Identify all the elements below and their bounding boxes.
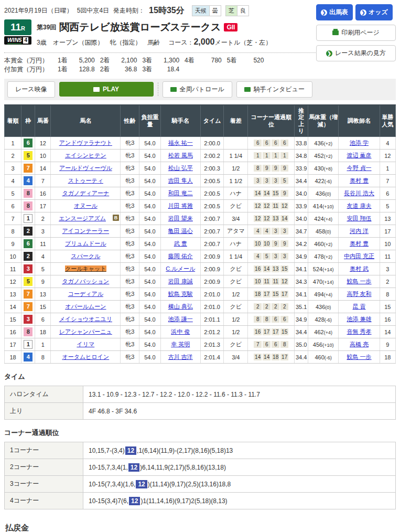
jockey-link[interactable]: 岩田 康誠 <box>168 278 193 284</box>
trainer-link[interactable]: 池添 兼雄 <box>347 316 372 322</box>
jockey-link[interactable]: 古川 吉洋 <box>168 354 193 360</box>
jockey-link[interactable]: 浜中 俊 <box>171 328 190 335</box>
horse-name-link[interactable]: クールキャット <box>65 265 106 272</box>
finish-time: 2:00.9 <box>200 250 223 263</box>
video-toolbar: レース映像 PLAY 全周パトロール 騎手インタビュー <box>4 79 396 100</box>
trainer-link[interactable]: 鮫島 一歩 <box>347 354 372 360</box>
trainer-link[interactable]: 音無 秀孝 <box>347 328 372 335</box>
margin: アタマ <box>224 225 248 238</box>
margin: クビ <box>224 200 248 212</box>
corner-order: 16171715 <box>248 326 294 338</box>
horse-name-link[interactable]: イリマ <box>77 341 94 347</box>
finish-position: 7 <box>5 212 21 225</box>
margin: 1 1/2 <box>224 175 248 187</box>
finish-position: 13 <box>5 288 21 301</box>
horse-name-link[interactable]: オヌール <box>74 203 98 209</box>
horse-name-link[interactable]: アイコンテーラー <box>62 228 110 234</box>
horse-name-link[interactable]: アンドヴァラナウト <box>59 140 112 146</box>
weight-carried: 54.0 <box>139 338 160 351</box>
prize-main-label: 本賞金（万円） <box>4 56 52 65</box>
last-3f-time: 35.1 <box>294 301 308 313</box>
horse-name-link[interactable]: レアシャンパーニュ <box>59 328 112 335</box>
horse-name-link[interactable]: アールドヴィーヴル <box>59 165 112 171</box>
horse-number: 16 <box>35 187 51 200</box>
win-popularity: 17 <box>380 225 395 238</box>
jockey-link[interactable]: 松若 風馬 <box>168 152 193 158</box>
horse-name-link[interactable]: プリュムドール <box>65 240 106 247</box>
trainer-link[interactable]: 鮫島 一歩 <box>347 278 372 284</box>
col-weight-carried: 負担重量 <box>139 105 160 137</box>
jockey-link[interactable]: 武 豊 <box>174 240 187 247</box>
trainer-link[interactable]: 中内田 充正 <box>344 253 374 259</box>
trainer-link[interactable]: 奥村 豊 <box>350 240 369 247</box>
jockey-link[interactable]: 吉田 隼人 <box>168 177 193 184</box>
trainer-link[interactable]: 今野 貞一 <box>347 165 372 171</box>
horse-name-link[interactable]: オータムヒロイン <box>62 354 109 360</box>
trainer-link[interactable]: 昆 貢 <box>353 303 366 310</box>
race-title: 関西テレビ放送賞ローズステークス <box>59 20 221 34</box>
col-last-3f: 推定上り <box>294 105 308 137</box>
horse-number: 1 <box>35 338 51 351</box>
play-button[interactable]: PLAY <box>59 82 154 97</box>
trainer-link[interactable]: 池添 学 <box>350 140 369 146</box>
body-weight: 462(+4) <box>308 326 339 338</box>
jockey-link[interactable]: 横山 典弘 <box>168 303 193 310</box>
corner-section-title: コーナー通過順位 <box>4 428 396 438</box>
horse-number: 18 <box>35 326 51 338</box>
finish-position: 6 <box>5 200 21 212</box>
trainer-link[interactable]: 高野 友和 <box>347 291 372 297</box>
patrol-video-button[interactable]: 全周パトロール <box>163 81 232 98</box>
trainer-link[interactable]: 奥村 武 <box>350 265 369 272</box>
jockey-link[interactable]: 亀田 温心 <box>168 228 193 234</box>
jockey-link[interactable]: 岩田 望来 <box>168 215 193 221</box>
finish-time: 2:01.3 <box>200 338 223 351</box>
horse-name-link[interactable]: エンスージアズム <box>59 215 106 221</box>
finish-position: 2 <box>5 150 21 162</box>
frame-number-badge: 8 <box>24 327 33 336</box>
jockey-link[interactable]: 川田 将雅 <box>168 203 193 209</box>
horse-name-link[interactable]: メイショウオニユリ <box>59 316 112 322</box>
horse-name-link[interactable]: コーディアル <box>68 291 103 297</box>
win-popularity: 9 <box>380 338 395 351</box>
horse-name-link[interactable]: ストゥーティ <box>68 177 103 184</box>
trainer-link[interactable]: 渡辺 薫彦 <box>347 152 372 158</box>
finish-position: 10 <box>5 250 21 263</box>
horse-name-link[interactable]: スパークル <box>71 253 100 259</box>
result-row: 4 4 7 ストゥーティ 牝3 54.0 吉田 隼人 2:00.5 1 1/2 … <box>5 175 396 187</box>
trainer-link[interactable]: 河内 洋 <box>350 228 369 234</box>
trainer-link[interactable]: 友道 康夫 <box>347 203 372 209</box>
horse-name-link[interactable]: エイシンヒテン <box>65 152 106 158</box>
win-popularity: 11 <box>380 250 395 263</box>
jockey-link[interactable]: 幸 英明 <box>171 341 190 347</box>
race-video-button[interactable]: レース映像 <box>7 81 55 98</box>
trainer-link[interactable]: 奥村 豊 <box>350 177 369 184</box>
horse-name-link[interactable]: タガノディアーナ <box>62 190 109 196</box>
jockey-link[interactable]: 松山 弘平 <box>168 165 193 171</box>
jockey-interview-button[interactable]: 騎手インタビュー <box>236 81 312 98</box>
sex-age: 牝3 <box>121 263 139 275</box>
margin: 1/2 <box>224 326 248 338</box>
prize-extra-values: 1着128.82着36.83着18.4 <box>52 65 179 74</box>
print-page-button[interactable]: 印刷用ページ <box>316 25 396 41</box>
jockey-link[interactable]: 福永 祐一 <box>168 140 193 146</box>
result-guide-button[interactable]: ❯レース結果の見方 <box>316 45 396 61</box>
trainer-link[interactable]: 長谷川 浩大 <box>344 190 374 196</box>
jockey-link[interactable]: 池添 謙一 <box>168 316 193 322</box>
col-corner-order: コーナー通過順位 <box>248 105 294 137</box>
jockey-link[interactable]: 藤岡 佑介 <box>168 253 193 259</box>
odds-button[interactable]: ❯オッズ <box>355 4 393 20</box>
trainer-link[interactable]: 高橋 亮 <box>350 341 369 347</box>
body-weight: 430(+8) <box>308 162 339 175</box>
margin: 1 1/4 <box>224 150 248 162</box>
horse-name-link[interactable]: タガノパッション <box>62 278 109 284</box>
corner-order: 10111112 <box>248 275 294 288</box>
entry-table-button[interactable]: ❯出馬表 <box>316 4 353 20</box>
weight-carried: 54.0 <box>139 238 160 250</box>
jockey-link[interactable]: C.ルメール <box>166 265 195 272</box>
horse-number: 10 <box>35 150 51 162</box>
horse-name-link[interactable]: オパールムーン <box>65 303 106 310</box>
jockey-link[interactable]: 鮫島 克駿 <box>168 291 193 297</box>
arrow-circle-icon: ❯ <box>326 50 332 57</box>
jockey-link[interactable]: 和田 竜二 <box>168 190 193 196</box>
trainer-link[interactable]: 安田 翔伍 <box>347 215 372 221</box>
